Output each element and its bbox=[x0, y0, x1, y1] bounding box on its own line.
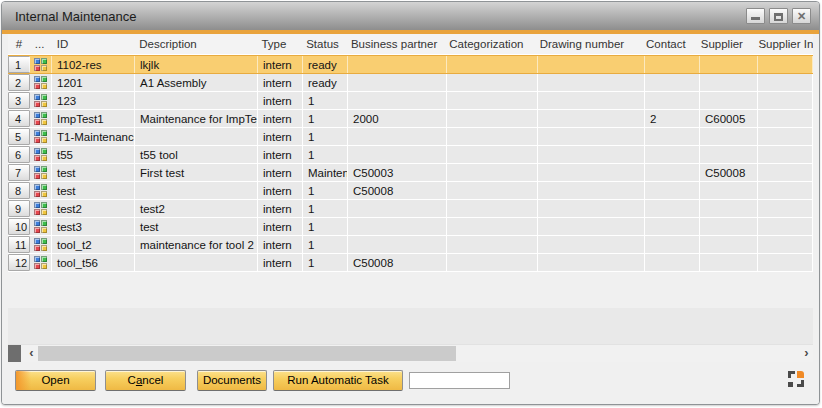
business_partner-cell[interactable] bbox=[348, 146, 447, 163]
categorization-cell[interactable] bbox=[447, 218, 538, 235]
contact-cell[interactable] bbox=[645, 74, 700, 91]
num-cell[interactable]: 7 bbox=[8, 164, 30, 181]
description-cell[interactable] bbox=[135, 128, 258, 145]
categorization-cell[interactable] bbox=[447, 200, 538, 217]
business_partner-cell[interactable] bbox=[348, 236, 447, 253]
status-cell[interactable]: 1 bbox=[303, 200, 348, 217]
description-cell[interactable]: A1 Assembly bbox=[135, 74, 258, 91]
open-button[interactable]: Open bbox=[15, 370, 96, 391]
item-link-icon[interactable] bbox=[34, 202, 47, 215]
item-cell[interactable] bbox=[30, 236, 52, 253]
status-cell[interactable]: 1 bbox=[303, 110, 348, 127]
id-cell[interactable]: ImpTest1 bbox=[52, 110, 135, 127]
num-cell[interactable]: 6 bbox=[8, 146, 30, 163]
num-cell[interactable]: 10 bbox=[8, 218, 30, 235]
minimize-button[interactable] bbox=[746, 8, 765, 24]
id-cell[interactable]: test bbox=[52, 182, 135, 199]
supplier_in-cell[interactable] bbox=[758, 254, 813, 271]
description-cell[interactable] bbox=[135, 182, 258, 199]
categorization-cell[interactable] bbox=[447, 128, 538, 145]
contact-cell[interactable] bbox=[645, 92, 700, 109]
table-row[interactable]: 5T1-Maintenanceintern1 bbox=[8, 128, 813, 146]
type-cell[interactable]: intern bbox=[258, 164, 303, 181]
item-link-icon[interactable] bbox=[34, 58, 47, 71]
drawing_number-cell[interactable] bbox=[538, 56, 645, 73]
supplier_in-cell[interactable] bbox=[758, 92, 813, 109]
num-cell[interactable]: 12 bbox=[8, 254, 30, 271]
column-header-supplier[interactable]: Supplier bbox=[696, 34, 754, 54]
status-cell[interactable]: 1 bbox=[303, 218, 348, 235]
column-header-icon[interactable]: ... bbox=[30, 34, 52, 54]
type-cell[interactable]: intern bbox=[258, 74, 303, 91]
drawing_number-cell[interactable] bbox=[538, 218, 645, 235]
business_partner-cell[interactable]: C50008 bbox=[348, 254, 447, 271]
categorization-cell[interactable] bbox=[447, 236, 538, 253]
supplier-cell[interactable] bbox=[700, 74, 758, 91]
supplier_in-cell[interactable] bbox=[758, 56, 813, 73]
table-row[interactable]: 10test3testintern1 bbox=[8, 218, 813, 236]
num-cell[interactable]: 4 bbox=[8, 110, 30, 127]
business_partner-cell[interactable] bbox=[348, 92, 447, 109]
description-cell[interactable]: maintenance for tool 2 bbox=[135, 236, 258, 253]
supplier_in-cell[interactable] bbox=[758, 218, 813, 235]
contact-cell[interactable] bbox=[645, 218, 700, 235]
drawing_number-cell[interactable] bbox=[538, 146, 645, 163]
column-header-type[interactable]: Type bbox=[256, 34, 301, 54]
contact-cell[interactable]: 2 bbox=[645, 110, 700, 127]
status-cell[interactable]: 1 bbox=[303, 128, 348, 145]
cancel-button[interactable]: Cancel bbox=[105, 370, 186, 391]
drawing_number-cell[interactable] bbox=[538, 164, 645, 181]
status-cell[interactable]: ready bbox=[303, 56, 348, 73]
categorization-cell[interactable] bbox=[447, 182, 538, 199]
contact-cell[interactable] bbox=[645, 56, 700, 73]
scrollbar-thumb[interactable] bbox=[38, 346, 456, 361]
item-cell[interactable] bbox=[30, 74, 52, 91]
description-cell[interactable] bbox=[135, 254, 258, 271]
drawing_number-cell[interactable] bbox=[538, 110, 645, 127]
status-cell[interactable]: 1 bbox=[303, 182, 348, 199]
item-link-icon[interactable] bbox=[34, 112, 47, 125]
drawing_number-cell[interactable] bbox=[538, 92, 645, 109]
table-row[interactable]: 8testintern1C50008 bbox=[8, 182, 813, 200]
id-cell[interactable]: test bbox=[52, 164, 135, 181]
supplier-cell[interactable] bbox=[700, 236, 758, 253]
type-cell[interactable]: intern bbox=[258, 254, 303, 271]
id-cell[interactable]: tool_t56 bbox=[52, 254, 135, 271]
task-input[interactable] bbox=[409, 372, 510, 389]
type-cell[interactable]: intern bbox=[258, 218, 303, 235]
column-header-num[interactable]: # bbox=[8, 34, 30, 54]
column-header-business_partner[interactable]: Business partner bbox=[346, 34, 444, 54]
supplier_in-cell[interactable] bbox=[758, 236, 813, 253]
description-cell[interactable]: First test bbox=[135, 164, 258, 181]
num-cell[interactable]: 9 bbox=[8, 200, 30, 217]
scrollbar-track[interactable] bbox=[456, 345, 800, 362]
supplier_in-cell[interactable] bbox=[758, 164, 813, 181]
supplier-cell[interactable] bbox=[700, 254, 758, 271]
table-row[interactable]: 7testFirst testinternMaintenarC50003C500… bbox=[8, 164, 813, 182]
drawing_number-cell[interactable] bbox=[538, 182, 645, 199]
table-row[interactable]: 11tool_t2maintenance for tool 2intern1 bbox=[8, 236, 813, 254]
column-header-categorization[interactable]: Categorization bbox=[444, 34, 534, 54]
num-cell[interactable]: 5 bbox=[8, 128, 30, 145]
item-link-icon[interactable] bbox=[34, 166, 47, 179]
contact-cell[interactable] bbox=[645, 254, 700, 271]
column-header-contact[interactable]: Contact bbox=[641, 34, 696, 54]
supplier_in-cell[interactable] bbox=[758, 182, 813, 199]
item-link-icon[interactable] bbox=[34, 184, 47, 197]
item-link-icon[interactable] bbox=[34, 94, 47, 107]
item-cell[interactable] bbox=[30, 218, 52, 235]
id-cell[interactable]: tool_t2 bbox=[52, 236, 135, 253]
column-header-description[interactable]: Description bbox=[134, 34, 256, 54]
supplier-cell[interactable] bbox=[700, 146, 758, 163]
contact-cell[interactable] bbox=[645, 200, 700, 217]
contact-cell[interactable] bbox=[645, 164, 700, 181]
supplier-cell[interactable] bbox=[700, 182, 758, 199]
business_partner-cell[interactable]: 2000 bbox=[348, 110, 447, 127]
categorization-cell[interactable] bbox=[447, 146, 538, 163]
close-button[interactable]: ✕ bbox=[792, 8, 811, 24]
status-cell[interactable]: 1 bbox=[303, 146, 348, 163]
column-header-status[interactable]: Status bbox=[301, 34, 346, 54]
num-cell[interactable]: 8 bbox=[8, 182, 30, 199]
status-cell[interactable]: 1 bbox=[303, 254, 348, 271]
type-cell[interactable]: intern bbox=[258, 128, 303, 145]
